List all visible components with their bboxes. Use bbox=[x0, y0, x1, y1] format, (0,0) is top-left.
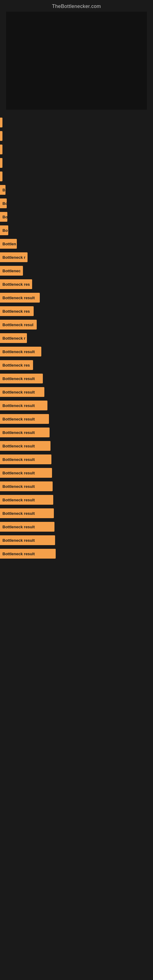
result-row: Bottleneck res bbox=[0, 277, 153, 291]
result-row bbox=[0, 143, 153, 156]
chart-area bbox=[6, 12, 147, 110]
result-label: Bottleneck result bbox=[2, 376, 35, 381]
result-bar: Bottleneck res bbox=[0, 279, 32, 289]
results-container: BBoBoBoBottlenBottleneck rBottlenecBottl… bbox=[0, 110, 153, 566]
result-row bbox=[0, 116, 153, 129]
result-bar: Bottleneck resul bbox=[0, 320, 37, 329]
result-row: Bottleneck result bbox=[0, 345, 153, 358]
result-bar bbox=[0, 131, 2, 141]
result-row: Bottleneck result bbox=[0, 533, 153, 547]
result-bar: Bottleneck result bbox=[0, 468, 52, 478]
result-label: Bottleneck result bbox=[2, 444, 35, 449]
result-row bbox=[0, 156, 153, 170]
result-row: Bottleneck result bbox=[0, 372, 153, 385]
result-label: Bottleneck result bbox=[2, 390, 35, 395]
result-bar: Bottleneck result bbox=[0, 387, 45, 397]
result-label: Bottleneck result bbox=[2, 350, 35, 354]
result-label: Bottleneck result bbox=[2, 511, 35, 516]
result-label: Bottleneck result bbox=[2, 417, 35, 422]
result-bar: Bottleneck result bbox=[0, 495, 53, 505]
result-bar: Bottleneck result bbox=[0, 441, 51, 451]
result-bar: Bo bbox=[0, 212, 7, 222]
result-label: Bottleneck r bbox=[2, 255, 26, 260]
result-label: Bottleneck res bbox=[2, 363, 30, 368]
result-row: Bottleneck res bbox=[0, 358, 153, 372]
site-title: TheBottlenecker.com bbox=[0, 0, 153, 12]
result-row: Bottleneck result bbox=[0, 399, 153, 412]
result-label: Bottleneck result bbox=[2, 471, 35, 475]
result-bar: Bottleneck r bbox=[0, 333, 27, 343]
result-bar: Bottleneck result bbox=[0, 347, 41, 356]
result-label: Bottleneck res bbox=[2, 282, 30, 286]
result-row: Bottlenec bbox=[0, 264, 153, 277]
result-bar: Bottleneck result bbox=[0, 414, 49, 424]
result-row: Bottleneck result bbox=[0, 453, 153, 466]
result-row: Bottleneck result bbox=[0, 466, 153, 480]
result-label: B bbox=[2, 188, 5, 192]
result-bar bbox=[0, 118, 2, 127]
result-label: Bottleneck result bbox=[2, 538, 35, 542]
result-label: Bottleneck result bbox=[2, 457, 35, 462]
result-bar: Bottlen bbox=[0, 239, 17, 249]
result-bar: Bo bbox=[0, 199, 7, 208]
result-bar: Bottleneck result bbox=[0, 455, 51, 464]
result-row: Bo bbox=[0, 197, 153, 210]
result-row bbox=[0, 170, 153, 183]
result-row: Bottlen bbox=[0, 237, 153, 250]
result-bar: Bottleneck result bbox=[0, 535, 55, 545]
result-bar: Bottleneck result bbox=[0, 428, 49, 438]
result-bar: Bottleneck result bbox=[0, 293, 40, 302]
result-row: Bo bbox=[0, 224, 153, 237]
result-label: Bottleneck r bbox=[2, 336, 26, 340]
result-bar: Bottleneck result bbox=[0, 481, 53, 491]
result-row: Bottleneck result bbox=[0, 480, 153, 493]
result-row: Bottleneck res bbox=[0, 304, 153, 318]
result-row: Bottleneck result bbox=[0, 439, 153, 453]
result-label: Bo bbox=[2, 201, 7, 206]
result-label: Bottleneck result bbox=[2, 498, 35, 502]
result-bar bbox=[0, 158, 2, 168]
result-bar: Bo bbox=[0, 225, 8, 235]
result-label: Bottleneck result bbox=[2, 484, 35, 489]
result-bar: Bottlenec bbox=[0, 266, 23, 275]
result-row bbox=[0, 129, 153, 143]
result-label: Bottleneck result bbox=[2, 552, 35, 556]
result-bar bbox=[0, 172, 2, 181]
result-bar: Bottleneck res bbox=[0, 360, 33, 370]
result-row: Bottleneck resul bbox=[0, 318, 153, 331]
result-bar: Bottleneck res bbox=[0, 306, 33, 316]
result-row: Bottleneck result bbox=[0, 291, 153, 304]
result-row: Bottleneck result bbox=[0, 493, 153, 506]
result-bar: Bottleneck result bbox=[0, 374, 43, 383]
result-bar: Bottleneck result bbox=[0, 401, 48, 410]
result-row: Bo bbox=[0, 210, 153, 224]
result-bar: Bottleneck r bbox=[0, 252, 27, 262]
result-row: Bottleneck result bbox=[0, 412, 153, 426]
result-label: Bottlenec bbox=[2, 269, 21, 273]
result-row: B bbox=[0, 183, 153, 197]
result-row: Bottleneck result bbox=[0, 520, 153, 533]
result-bar: Bottleneck result bbox=[0, 522, 54, 531]
result-label: Bo bbox=[2, 228, 8, 233]
result-bar bbox=[0, 145, 2, 154]
result-label: Bottleneck result bbox=[2, 296, 35, 300]
result-label: Bottlen bbox=[2, 242, 16, 246]
result-row: Bottleneck result bbox=[0, 506, 153, 520]
result-label: Bottleneck result bbox=[2, 430, 35, 435]
result-row: Bottleneck r bbox=[0, 250, 153, 264]
result-bar: Bottleneck result bbox=[0, 549, 56, 558]
result-label: Bottleneck res bbox=[2, 309, 30, 313]
result-row: Bottleneck result bbox=[0, 426, 153, 439]
result-bar: Bottleneck result bbox=[0, 508, 54, 518]
result-row: Bottleneck r bbox=[0, 331, 153, 345]
result-label: Bottleneck result bbox=[2, 403, 35, 408]
result-label: Bottleneck resul bbox=[2, 323, 33, 327]
result-label: Bo bbox=[2, 215, 7, 219]
result-row: Bottleneck result bbox=[0, 547, 153, 560]
result-row: Bottleneck result bbox=[0, 385, 153, 399]
result-bar: B bbox=[0, 185, 5, 195]
result-label: Bottleneck result bbox=[2, 525, 35, 529]
